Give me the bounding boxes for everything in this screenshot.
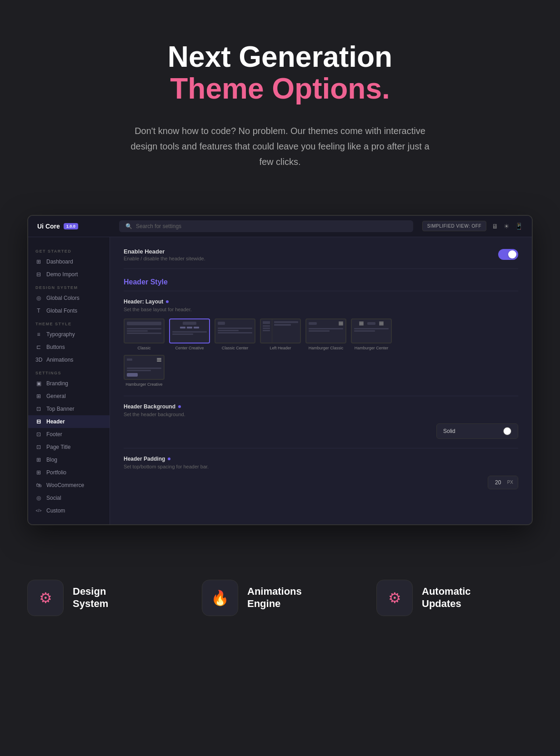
design-system-text: Design System xyxy=(73,586,108,610)
sidebar-item-portfolio[interactable]: ⊞ Portfolio xyxy=(28,466,110,479)
automatic-updates-icon-box: ⚙ xyxy=(376,580,413,616)
sidebar-item-label: Animations xyxy=(46,357,73,363)
monitor-icon[interactable]: 🖥 xyxy=(492,223,498,230)
page-title-icon: ⊡ xyxy=(35,444,42,450)
sidebar-item-typography[interactable]: ≡ Typography xyxy=(28,328,110,341)
layout-option-label-classic-center: Classic Center xyxy=(222,346,249,350)
enable-header-label: Enable Header xyxy=(124,248,205,255)
global-fonts-icon: T xyxy=(35,308,42,314)
branding-icon: ▣ xyxy=(35,380,42,387)
layout-preview-classic-center xyxy=(215,318,255,343)
layout-option-hamburger-creative[interactable]: Hamburger Creative xyxy=(124,355,165,387)
sidebar-item-blog[interactable]: ⊞ Blog xyxy=(28,453,110,466)
sidebar-item-top-banner[interactable]: ⊡ Top Banner xyxy=(28,403,110,415)
layout-option-label-hamburger-classic: Hamburger Classic xyxy=(309,346,344,350)
layout-option-classic-center[interactable]: Classic Center xyxy=(215,318,255,350)
sidebar-section-settings: SETTINGS xyxy=(28,366,110,377)
layout-option-label-classic: Classic xyxy=(137,346,150,350)
sidebar-item-custom[interactable]: </> Custom xyxy=(28,504,110,517)
sidebar-item-label: Blog xyxy=(46,457,57,463)
sidebar: GET STARTED ⊞ Dashboard ⊟ Demo Import DE… xyxy=(28,237,110,524)
typography-icon: ≡ xyxy=(35,331,42,338)
hero-title-white: Next Generation xyxy=(82,41,478,73)
global-colors-icon: ◎ xyxy=(35,295,42,301)
padding-unit: PX xyxy=(507,480,513,485)
layout-option-left-header[interactable]: Left Header xyxy=(260,318,301,350)
layout-option-hamburger-classic[interactable]: Hamburger Classic xyxy=(305,318,346,350)
tablet-icon[interactable]: 📱 xyxy=(515,223,523,230)
divider-1 xyxy=(124,269,518,269)
required-dot xyxy=(166,300,169,303)
top-banner-icon: ⊡ xyxy=(35,406,42,412)
sidebar-item-animations[interactable]: 3D Animations xyxy=(28,353,110,366)
padding-desc: Set top/bottom spacing for header bar. xyxy=(124,464,518,469)
animations-engine-icon: 🔥 xyxy=(211,589,229,607)
main-content: GET STARTED ⊞ Dashboard ⊟ Demo Import DE… xyxy=(28,237,532,524)
sidebar-item-branding[interactable]: ▣ Branding xyxy=(28,377,110,390)
sidebar-item-label: Global Fonts xyxy=(46,308,77,314)
layout-option-center-creative[interactable]: Center Creative xyxy=(169,318,210,350)
animations-engine-icon-box: 🔥 xyxy=(202,580,238,616)
sidebar-item-footer[interactable]: ⊡ Footer xyxy=(28,428,110,441)
padding-label: Header Padding xyxy=(124,456,518,462)
features-section: ⚙ Design System 🔥 Animations Engine ⚙ Au… xyxy=(0,552,560,652)
sidebar-section-design-system: DESIGN SYSTEM xyxy=(28,281,110,292)
design-system-title: Design System xyxy=(73,586,108,610)
enable-header-row: Enable Header Enable / disable the heade… xyxy=(124,248,518,261)
sidebar-item-header[interactable]: ⊟ Header xyxy=(28,415,110,428)
sidebar-item-label: Top Banner xyxy=(46,406,74,412)
padding-input[interactable]: 20 PX xyxy=(488,476,518,489)
hero-section: Next Generation Theme Options. Don't kno… xyxy=(0,0,560,197)
sidebar-item-dashboard[interactable]: ⊞ Dashboard xyxy=(28,255,110,268)
animations-engine-text: Animations Engine xyxy=(247,586,302,610)
layout-option-classic[interactable]: Classic xyxy=(124,318,165,350)
header-padding-section: Header Padding Set top/bottom spacing fo… xyxy=(124,456,518,489)
layout-option-label-left-header: Left Header xyxy=(270,346,291,350)
layout-option-label-center-creative: Center Creative xyxy=(175,346,204,350)
header-background-section: Header Background Set the header backgro… xyxy=(124,403,518,439)
sidebar-item-label: Demo Import xyxy=(46,271,78,278)
portfolio-icon: ⊞ xyxy=(35,469,42,476)
padding-value: 20 xyxy=(493,479,504,486)
sidebar-item-global-colors[interactable]: ◎ Global Colors xyxy=(28,292,110,304)
feature-animations-engine: 🔥 Animations Engine xyxy=(202,580,358,616)
logo-text: Ui Core xyxy=(37,223,60,230)
animations-icon: 3D xyxy=(35,357,42,363)
sidebar-item-woocommerce[interactable]: 🛍 WooCommerce xyxy=(28,479,110,492)
layout-option-label-hamburger-center: Hamburger Center xyxy=(355,346,389,350)
bg-select[interactable]: Solid xyxy=(436,423,518,439)
layout-preview-hamburger-classic xyxy=(305,318,346,343)
enable-header-toggle[interactable] xyxy=(498,249,518,260)
search-bar[interactable]: 🔍 Search for settings xyxy=(119,220,413,232)
layout-preview-left-header xyxy=(260,318,301,343)
sun-icon[interactable]: ☀ xyxy=(504,223,510,230)
sidebar-item-label: Branding xyxy=(46,380,68,387)
general-icon: ⊞ xyxy=(35,393,42,399)
woocommerce-icon: 🛍 xyxy=(35,482,42,488)
section-title: Header Style xyxy=(124,278,518,291)
sidebar-item-label: WooCommerce xyxy=(46,482,84,488)
enable-header-desc: Enable / disable the header sitewide. xyxy=(124,256,205,261)
design-system-icon-box: ⚙ xyxy=(27,580,64,616)
sidebar-item-label: Social xyxy=(46,495,61,501)
layout-preview-center-creative xyxy=(169,318,210,343)
padding-control-row: 20 PX xyxy=(124,476,518,489)
sidebar-section-theme-style: THEME STYLE xyxy=(28,317,110,328)
layout-preview-classic xyxy=(124,318,165,343)
layout-desc: Set the base layout for header. xyxy=(124,307,518,312)
blog-icon: ⊞ xyxy=(35,457,42,463)
sidebar-item-social[interactable]: ◎ Social xyxy=(28,492,110,504)
simplified-view-button[interactable]: SIMPLIFIED VIEW: OFF xyxy=(422,221,486,231)
sidebar-item-buttons[interactable]: ⊏ Buttons xyxy=(28,341,110,353)
dashboard-icon: ⊞ xyxy=(35,259,42,265)
footer-icon: ⊡ xyxy=(35,431,42,438)
sidebar-item-global-fonts[interactable]: T Global Fonts xyxy=(28,304,110,317)
layout-option-hamburger-center[interactable]: Hamburger Center xyxy=(351,318,392,350)
automatic-updates-title: Automatic Updates xyxy=(422,586,471,610)
sidebar-item-demo-import[interactable]: ⊟ Demo Import xyxy=(28,268,110,281)
sidebar-item-page-title[interactable]: ⊡ Page Title xyxy=(28,441,110,453)
bg-dot xyxy=(178,405,181,408)
color-circle xyxy=(503,427,511,435)
search-placeholder: Search for settings xyxy=(136,223,181,229)
sidebar-item-general[interactable]: ⊞ General xyxy=(28,390,110,403)
